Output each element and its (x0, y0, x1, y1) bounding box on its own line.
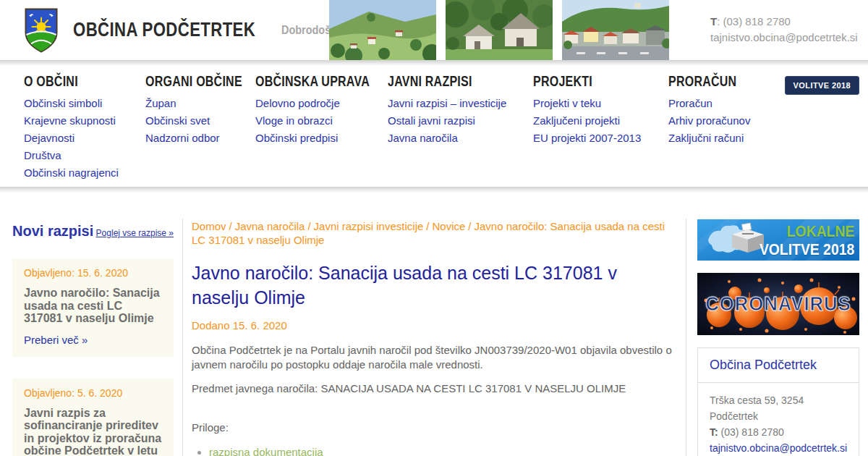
breadcrumb: Domov/Javna naročila/Javni razpisi inves… (192, 219, 678, 247)
header-photo-village (562, 0, 669, 60)
nav-link-javna-narocila[interactable]: Javna naročila (388, 130, 533, 147)
site-title: OBČINA PODČETRTEK (73, 19, 255, 41)
breadcrumb-domov[interactable]: Domov (192, 220, 226, 232)
attachments-list: razpisna dokumentacija 317 081 – Olimje (209, 445, 678, 456)
nav-link-proracun[interactable]: Proračun (668, 95, 777, 112)
coronavirus-banner[interactable]: CORONAVIRUS (697, 273, 859, 335)
news-sidebar: Novi razpisi Poglej vse razpise » Objavl… (12, 223, 174, 456)
contact-card-title-link[interactable]: Občina Podčetrtek (710, 358, 817, 372)
nav-link-arhiv-proracunov[interactable]: Arhiv proračunov (668, 112, 777, 130)
header-photos (329, 0, 669, 60)
nav-link-zakljucni-racuni[interactable]: Zaključni računi (668, 130, 777, 147)
phone-number: : (03) 818 2780 (717, 15, 791, 28)
volitve-2018-button[interactable]: VOLITVE 2018 (785, 76, 859, 95)
contact-email-link[interactable]: tajnistvo.obcina@podcetrtek.si (710, 440, 847, 456)
breadcrumb-separator: / (468, 220, 471, 232)
content-area: Novi razpisi Poglej vse razpise » Objavl… (0, 193, 868, 456)
volitve-banner-line2: VOLITVE 2018 (760, 241, 854, 258)
nav-link-javni-razpisi-investicije[interactable]: Javni razpisi – investicije (388, 95, 533, 112)
breadcrumb-novice[interactable]: Novice (433, 220, 466, 232)
sidebar-divider (182, 219, 183, 456)
contact-phone-label: T: (710, 426, 718, 438)
phone-label: T (710, 15, 717, 28)
see-all-razpisi-link[interactable]: Poglej vse razpise » (96, 228, 174, 238)
nav-heading-proracun[interactable]: PRORAČUN (668, 73, 736, 90)
nav-section-o-obcini: O OBČINI Občinski simboli Krajevne skupn… (24, 73, 145, 182)
nav-link-dejavnosti[interactable]: Dejavnosti (24, 130, 145, 147)
nav-link-zupan[interactable]: Župan (145, 95, 255, 112)
header-email-link[interactable]: tajnistvo.obcina@podcetrtek.si (710, 31, 858, 43)
attachment-link-razpisna-dokumentacija[interactable]: razpisna dokumentacija (209, 446, 323, 456)
article-paragraph-1: Občina Podčetrtek je na Portalu javnih n… (192, 343, 678, 371)
nav-link-eu-projekti[interactable]: EU projekti 2007-2013 (533, 130, 668, 147)
page: OBČINA PODČETRTEK Dobrodošli! (0, 0, 868, 456)
nav-link-obcinski-svet[interactable]: Občinski svet (145, 112, 255, 130)
article-paragraph-2: Predmet javnega naročila: SANACIJA USADA… (192, 381, 678, 396)
header-photo-hillside (329, 0, 436, 60)
header-photo-farmhouses (446, 0, 553, 60)
nav-section-organi-obcine: ORGANI OBČINE Župan Občinski svet Nadzor… (145, 73, 255, 182)
article-title: Javno naročilo: Sanacija usada na cesti … (192, 261, 678, 310)
sidebar-heading: Novi razpisi (12, 223, 93, 240)
brand-home-link[interactable]: OBČINA PODČETRTEK Dobrodošli! (24, 0, 350, 60)
read-more-link[interactable]: Preberi več » (24, 334, 88, 346)
nav-heading-organi-obcine[interactable]: ORGANI OBČINE (145, 73, 242, 90)
nav-link-nadzorni-odbor[interactable]: Nadzorni odbor (145, 130, 255, 147)
news-card-2[interactable]: Objavljeno: 5. 6. 2020 Javni razpis za s… (12, 379, 174, 456)
nav-link-delovno-podrocje[interactable]: Delovno področje (255, 95, 388, 112)
nav-heading-o-obcini[interactable]: O OBČINI (24, 73, 78, 90)
nav-link-obcinski-simboli[interactable]: Občinski simboli (24, 95, 145, 112)
news-date: Objavljeno: 15. 6. 2020 (24, 267, 162, 279)
breadcrumb-javna-narocila[interactable]: Javna naročila (235, 220, 305, 232)
nav-section-projekti: PROJEKTI Projekti v teku Zaključeni proj… (533, 73, 668, 182)
rightcol-divider (686, 219, 686, 456)
main-article: Domov/Javna naročila/Javni razpisi inves… (192, 219, 678, 456)
header-phone: T: (03) 818 2780 (710, 14, 858, 30)
contact-card: Občina Podčetrtek Trška cesta 59, 3254 P… (697, 347, 859, 456)
breadcrumb-separator: / (307, 220, 310, 232)
nav-link-zakljuceni-projekti[interactable]: Zaključeni projekti (533, 112, 668, 130)
nav-divider (0, 187, 868, 193)
contact-card-body: Trška cesta 59, 3254 Podčetrtek T: (03) … (698, 383, 859, 456)
municipality-coat-of-arms-icon (24, 7, 59, 54)
breadcrumb-separator: / (426, 220, 429, 232)
nav-link-ostali-javni-razpisi[interactable]: Ostali javni razpisi (388, 112, 533, 130)
header-contact: T: (03) 818 2780 tajnistvo.obcina@podcet… (710, 14, 858, 46)
nav-heading-projekti[interactable]: PROJEKTI (533, 73, 592, 90)
article-date: Dodano 15. 6. 2020 (192, 319, 678, 332)
nav-link-obcinski-predpisi[interactable]: Občinski predpisi (255, 130, 388, 147)
nav-section-javni-razpisi: JAVNI RAZPISI Javni razpisi – investicij… (388, 73, 533, 182)
nav-link-krajevne-skupnosti[interactable]: Krajevne skupnosti (24, 112, 145, 130)
contact-card-header: Občina Podčetrtek (698, 348, 859, 383)
news-date: Objavljeno: 5. 6. 2020 (24, 387, 162, 399)
contact-phone-number: (03) 818 2780 (718, 426, 784, 438)
header-divider (0, 60, 868, 66)
nav-link-drustva[interactable]: Društva (24, 147, 145, 164)
news-title[interactable]: Javno naročilo: Sanacija usada na cesti … (24, 287, 162, 325)
attachments-label: Priloge: (192, 421, 678, 435)
news-card-1[interactable]: Objavljeno: 15. 6. 2020 Javno naročilo: … (12, 258, 174, 357)
volitve-banner-line1: LOKALNE (786, 223, 854, 240)
contact-address: Trška cesta 59, 3254 Podčetrtek (710, 392, 847, 424)
nav-link-vloge-in-obrazci[interactable]: Vloge in obrazci (255, 112, 388, 130)
main-nav: O OBČINI Občinski simboli Krajevne skupn… (0, 66, 868, 187)
coronavirus-banner-text: CORONAVIRUS (704, 292, 853, 316)
news-title[interactable]: Javni razpis za sofinanciranje priredite… (24, 407, 162, 456)
nav-heading-javni-razpisi[interactable]: JAVNI RAZPISI (388, 73, 472, 90)
breadcrumb-javni-razpisi-investicije[interactable]: Javni razpisi investicije (314, 220, 424, 232)
attachment-item: razpisna dokumentacija (209, 445, 678, 456)
nav-section-obcinska-uprava: OBČINSKA UPRAVA Delovno področje Vloge i… (255, 73, 388, 182)
contact-phone: T: (03) 818 2780 (710, 424, 847, 440)
nav-link-projekti-v-teku[interactable]: Projekti v teku (533, 95, 668, 112)
breadcrumb-separator: / (229, 220, 232, 232)
nav-section-proracun: PRORAČUN Proračun Arhiv proračunov Zaklj… (668, 73, 777, 182)
nav-heading-obcinska-uprava[interactable]: OBČINSKA UPRAVA (255, 73, 370, 90)
lokalne-volitve-2018-banner[interactable]: LOKALNE VOLITVE 2018 (697, 219, 859, 261)
nav-link-obcinski-nagrajenci[interactable]: Občinski nagrajenci (24, 164, 145, 182)
site-header: OBČINA PODČETRTEK Dobrodošli! (0, 0, 868, 60)
right-column: LOKALNE VOLITVE 2018 (697, 219, 859, 456)
